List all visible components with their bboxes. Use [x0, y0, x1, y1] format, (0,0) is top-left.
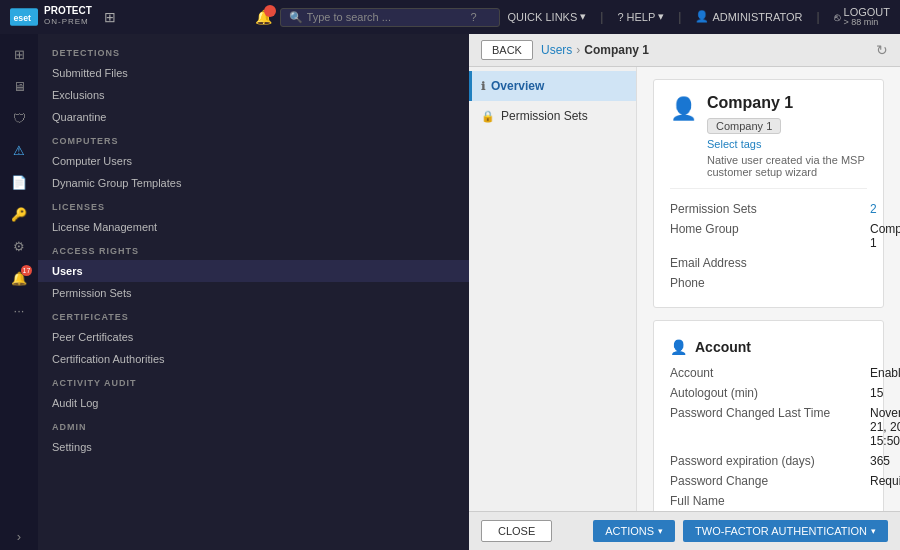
sidebar-icon-gear[interactable]: ⚙ — [5, 232, 33, 260]
detail-panel: 👤 Company 1 Company 1 Select tags Native… — [637, 67, 900, 511]
field-value-permission-sets[interactable]: 2 — [870, 202, 877, 216]
account-value-0: Enabled — [870, 366, 900, 380]
account-label-2: Password Changed Last Time — [670, 406, 870, 448]
field-label-email: Email Address — [670, 256, 870, 270]
account-row-4: Password Change Required — [670, 471, 867, 491]
company-name: Company 1 — [707, 94, 867, 112]
sidebar-icon-warning[interactable]: ⚠ — [5, 136, 33, 164]
field-home-group: Home Group Company 1 — [670, 219, 867, 253]
refresh-icon[interactable]: ↻ — [876, 42, 888, 58]
sidebar-item-exclusions[interactable]: Exclusions — [38, 84, 469, 106]
company-tag: Company 1 — [707, 118, 781, 134]
eset-logo-icon: eset — [10, 8, 38, 26]
content-body: ℹ Overview 🔒 Permission Sets 👤 Company 1 — [469, 67, 900, 511]
search-icon: 🔍 — [289, 11, 303, 24]
bottom-bar: CLOSE ACTIONS ▾ TWO-FACTOR AUTHENTICATIO… — [469, 511, 900, 550]
admin-icon: 👤 — [695, 10, 709, 23]
content-area: BACK Users › Company 1 ↻ ℹ Overview 🔒 Pe… — [469, 34, 900, 550]
account-label-4: Password Change — [670, 474, 870, 488]
sidebar-item-users[interactable]: Users — [38, 260, 469, 282]
help-chevron-icon: ▾ — [658, 10, 664, 23]
sidebar-item-audit-log[interactable]: Audit Log — [38, 392, 469, 414]
sidebar-item-submitted-files[interactable]: Submitted Files — [38, 62, 469, 84]
field-permission-sets: Permission Sets 2 — [670, 199, 867, 219]
account-label-1: Autologout (min) — [670, 386, 870, 400]
sidebar-section-computers: COMPUTERS — [38, 128, 469, 150]
help-button[interactable]: ? HELP ▾ — [617, 10, 664, 23]
user-icon: 👤 — [670, 96, 697, 122]
search-bar: 🔍 ? — [280, 8, 500, 27]
account-card: 👤 Account Account Enabled Autologout (mi… — [653, 320, 884, 511]
account-row-1: Autologout (min) 15 — [670, 383, 867, 403]
logout-button[interactable]: ⎋ LOGOUT > 88 min — [834, 6, 890, 28]
sidebar-item-peer-certificates[interactable]: Peer Certificates — [38, 326, 469, 348]
sidebar-item-permission-sets[interactable]: Permission Sets — [38, 282, 469, 304]
sidebar-badge: 17 — [21, 265, 32, 276]
nav-links: QUICK LINKS ▾ | ? HELP ▾ | 👤 ADMINISTRAT… — [508, 6, 890, 28]
account-icon: 👤 — [670, 339, 687, 355]
info-icon: ℹ — [481, 80, 485, 93]
chevron-down-icon: ▾ — [580, 10, 586, 23]
content-header: BACK Users › Company 1 ↻ — [469, 34, 900, 67]
field-label-home-group: Home Group — [670, 222, 870, 250]
field-label-phone: Phone — [670, 276, 870, 290]
sidebar-section-activity-audit: ACTIVITY AUDIT — [38, 370, 469, 392]
sidebar-section-detections: DETECTIONS — [38, 40, 469, 62]
search-input[interactable] — [307, 11, 467, 23]
lock-icon: 🔒 — [481, 110, 495, 123]
sidebar-icon-computers[interactable]: 🖥 — [5, 72, 33, 100]
breadcrumb-current: Company 1 — [584, 43, 649, 57]
sidebar-item-certification-authorities[interactable]: Certification Authorities — [38, 348, 469, 370]
select-tags-link[interactable]: Select tags — [707, 138, 867, 150]
quick-links-button[interactable]: QUICK LINKS ▾ — [508, 10, 587, 23]
sidebar-icon-dashboard[interactable]: ⊞ — [5, 40, 33, 68]
breadcrumb-users-link[interactable]: Users — [541, 43, 572, 57]
account-title: Account — [695, 339, 751, 355]
sidebar-item-license-management[interactable]: License Management — [38, 216, 469, 238]
sidebar-icon-bell[interactable]: 🔔 17 — [5, 264, 33, 292]
sidebar-icon-key[interactable]: 🔑 — [5, 200, 33, 228]
svg-text:eset: eset — [14, 13, 32, 23]
account-label-5: Full Name — [670, 494, 870, 508]
sidebar-expand-icon[interactable]: › — [5, 522, 33, 550]
grid-icon[interactable]: ⊞ — [104, 9, 116, 25]
sidebar-item-dynamic-group-templates[interactable]: Dynamic Group Templates — [38, 172, 469, 194]
sidebar-item-settings[interactable]: Settings — [38, 436, 469, 458]
account-row-5: Full Name — [670, 491, 867, 511]
main-layout: ⊞ 🖥 🛡 ⚠ 📄 🔑 ⚙ 🔔 17 ··· › DETECTIONS Subm… — [0, 34, 900, 550]
actions-button[interactable]: ACTIONS ▾ — [593, 520, 675, 542]
help-icon: ? — [617, 11, 623, 23]
logo-text-group: PROTECT ON-PREM — [44, 6, 92, 27]
description: Native user created via the MSP customer… — [707, 154, 867, 178]
field-phone: Phone — [670, 273, 867, 293]
search-help-icon[interactable]: ? — [471, 11, 477, 23]
sidebar-icon-dots[interactable]: ··· — [5, 296, 33, 324]
sidebar-icon-shield[interactable]: 🛡 — [5, 104, 33, 132]
account-value-1: 15 — [870, 386, 883, 400]
notification-bell[interactable]: 🔔 — [255, 9, 272, 25]
account-section-header: 👤 Account — [670, 339, 867, 355]
admin-button[interactable]: 👤 ADMINISTRATOR — [695, 10, 802, 23]
divider — [670, 188, 867, 189]
left-nav-permission-sets[interactable]: 🔒 Permission Sets — [469, 101, 636, 131]
logo-sub: ON-PREM — [44, 16, 92, 27]
back-button[interactable]: BACK — [481, 40, 533, 60]
logo-protect: PROTECT — [44, 6, 92, 16]
logo: eset PROTECT ON-PREM — [10, 6, 92, 27]
sidebar-item-quarantine[interactable]: Quarantine — [38, 106, 469, 128]
field-label-permission-sets: Permission Sets — [670, 202, 870, 216]
sidebar-icon-file[interactable]: 📄 — [5, 168, 33, 196]
sidebar-item-computer-users[interactable]: Computer Users — [38, 150, 469, 172]
left-nav-overview[interactable]: ℹ Overview — [469, 71, 636, 101]
account-row-3: Password expiration (days) 365 — [670, 451, 867, 471]
account-row-0: Account Enabled — [670, 363, 867, 383]
logout-icon: ⎋ — [834, 11, 841, 23]
breadcrumb-separator: › — [576, 43, 580, 57]
twofa-button[interactable]: TWO-FACTOR AUTHENTICATION ▾ — [683, 520, 888, 542]
twofa-caret-icon: ▾ — [871, 526, 876, 536]
sidebar-icon-rail: ⊞ 🖥 🛡 ⚠ 📄 🔑 ⚙ 🔔 17 ··· › — [0, 34, 38, 550]
account-row-2: Password Changed Last Time November 21, … — [670, 403, 867, 451]
top-navigation: eset PROTECT ON-PREM ⊞ 🔔 🔍 ? QUICK LINKS… — [0, 0, 900, 34]
close-button[interactable]: CLOSE — [481, 520, 552, 542]
tag-area: Company 1 — [707, 118, 867, 134]
